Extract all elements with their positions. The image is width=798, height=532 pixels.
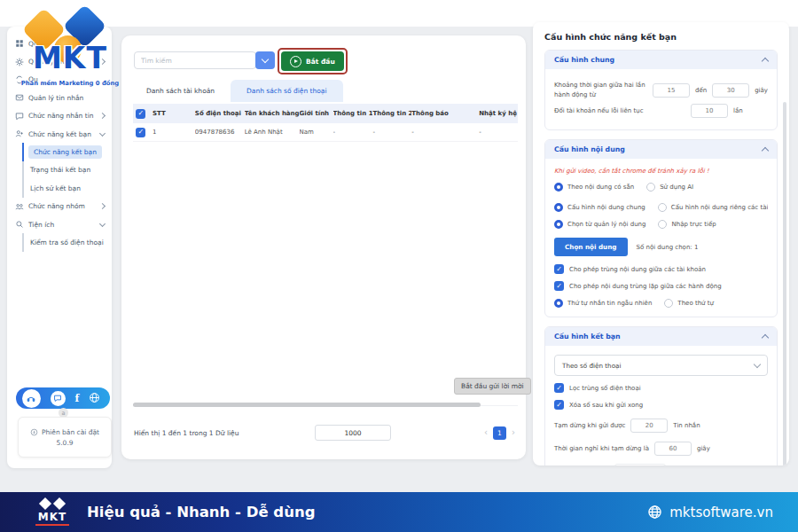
main-card: Bắt đầu Danh sách tài khoản Danh sách số…: [121, 35, 526, 459]
vertical-scrollbar[interactable]: [783, 102, 786, 466]
radio-per-account-content[interactable]: Cấu hình nội dung riêng các tài khoản: [658, 203, 768, 212]
interval-from-input[interactable]: [653, 83, 690, 98]
zalo-icon[interactable]: [51, 391, 66, 406]
check-icon: ✓: [138, 110, 145, 117]
radio-random-order[interactable]: Thứ tự nhắn tin ngẫu nhiên: [554, 299, 652, 308]
section-friend-header[interactable]: Cấu hình kết bạn: [545, 327, 777, 346]
col-stt: STT: [153, 110, 195, 117]
rest-label: Thời gian nghỉ khi tạm dừng là: [554, 445, 649, 452]
delete-after-send-checkbox[interactable]: ✓: [554, 400, 564, 410]
chevron-down-icon: [754, 361, 761, 368]
config-panel: Cấu hình chức năng kết bạn Cấu hình chun…: [533, 22, 789, 466]
chevron-up-icon: [762, 57, 769, 64]
facebook-icon[interactable]: f: [75, 393, 80, 404]
next-page-button[interactable]: ›: [512, 428, 515, 437]
social-links-pill: f: [16, 387, 110, 409]
select-all-checkbox[interactable]: ✓: [136, 109, 145, 119]
section-general-header[interactable]: Cấu hình chung: [545, 51, 777, 69]
mkt-logo: MKT Phần mềm Marketing 0 đồng: [18, 2, 122, 96]
section-friend: Cấu hình kết bạn Theo số điện thoại ✓ Lọ…: [544, 326, 778, 466]
logo-tagline: Phần mềm Marketing 0 đồng: [18, 80, 122, 87]
sidebar-item-group-function[interactable]: Chức năng nhóm: [7, 198, 112, 215]
phone-table: ✓ STT Số điện thoại Tên khách hàng Giới …: [133, 104, 518, 406]
globe-icon: [647, 505, 662, 520]
radio-common-content[interactable]: Cấu hình nội dung chung: [554, 203, 645, 212]
globe-icon[interactable]: [89, 390, 100, 407]
horizontal-scrollbar[interactable]: [133, 403, 481, 407]
search-input[interactable]: [134, 51, 256, 69]
version-card[interactable]: Phiên bản cài đặt 5.0.9: [18, 417, 112, 458]
radio-direct-input[interactable]: Nhập trực tiếp: [658, 220, 716, 229]
radio-available-content[interactable]: Theo nội dung có sẵn: [554, 183, 634, 192]
col-phone: Số điện thoại: [195, 110, 245, 117]
dup-actions-checkbox[interactable]: ✓: [554, 281, 564, 291]
sidebar-item-utilities[interactable]: Tiện ích: [7, 215, 112, 233]
pause-count-input[interactable]: [630, 419, 668, 433]
radio-from-content-manager[interactable]: Chọn từ quản lý nội dung: [554, 220, 645, 229]
footer-logo-underline: [35, 524, 69, 526]
col-gender: Giới tính: [300, 110, 333, 117]
page-size-input[interactable]: [315, 425, 391, 441]
section-content-header[interactable]: Cấu hình nội dung: [545, 140, 777, 159]
utility-icon: [14, 220, 24, 230]
radio-unselected-icon: [658, 220, 667, 229]
group-icon: [14, 201, 24, 211]
panel-title: Cấu hình chức năng kết bạn: [544, 32, 778, 42]
sidebar-subitem-friend-status[interactable]: Trạng thái kết bạn: [22, 161, 112, 179]
switch-account-input[interactable]: [691, 104, 728, 118]
page-number-button[interactable]: 1: [493, 426, 506, 440]
pagination: ‹ 1 ›: [484, 426, 515, 440]
table-row[interactable]: ✓ 1 0947878636 Lê Anh Nhật Nam - - - -: [133, 123, 518, 142]
results-summary: Hiển thị 1 đến 1 trong 1 Dữ liệu: [134, 429, 239, 437]
choose-content-button[interactable]: Chọn nội dung: [554, 238, 628, 256]
radio-selected-icon: [554, 183, 563, 192]
filter-duplicates-checkbox[interactable]: ✓: [554, 383, 564, 393]
logo-diamond: [39, 497, 51, 510]
start-button[interactable]: Bắt đầu: [281, 51, 344, 71]
installer-icon: [30, 428, 38, 436]
section-general: Cấu hình chung Khoảng thời gian giữa hai…: [544, 50, 778, 130]
check-icon: ✓: [556, 402, 562, 409]
rest-time-input[interactable]: [654, 442, 692, 456]
tab-account-list[interactable]: Danh sách tài khoản: [130, 80, 231, 102]
play-icon: [290, 56, 301, 67]
person-add-icon: [14, 129, 24, 139]
support-headset-icon[interactable]: [22, 389, 41, 408]
interval-label: Khoảng thời gian giữa hai lần hành động …: [554, 81, 647, 99]
chevron-up-icon: [762, 146, 769, 153]
interval-to-input[interactable]: [712, 83, 749, 98]
sidebar-subitem-check-phone[interactable]: Kiểm tra số điện thoại: [22, 233, 112, 251]
check-icon: ✓: [556, 283, 562, 290]
chosen-count: Số nội dung chọn: 1: [637, 244, 699, 251]
chat-icon: [14, 111, 24, 121]
friend-mode-select[interactable]: Theo số điện thoại: [554, 355, 768, 376]
friend-submenu: Chức năng kết bạn Trạng thái kết bạn Lịc…: [22, 143, 112, 197]
video-warning: Khi gửi video, cần tắt chrome để tránh x…: [554, 168, 768, 175]
bottom-brand-bar: MKT Hiệu quả - Nhanh - Dễ dùng mktsoftwa…: [0, 492, 798, 532]
radio-sequential-order[interactable]: Theo thứ tự: [664, 299, 714, 308]
search-filter-dropdown[interactable]: [255, 51, 275, 69]
pause-label: Tạm dừng khi gửi được: [554, 422, 625, 429]
dup-accounts-checkbox[interactable]: ✓: [554, 264, 564, 274]
website-link[interactable]: mktsoftware.vn: [647, 492, 773, 532]
prev-page-button[interactable]: ‹: [484, 428, 488, 437]
radio-use-ai[interactable]: Sử dụng AI: [646, 183, 693, 192]
clipped-input[interactable]: [614, 464, 666, 466]
radio-selected-icon: [554, 203, 563, 212]
footer-logo-text: MKT: [27, 512, 78, 523]
sidebar-item-chat-function[interactable]: Chức năng nhắn tin: [7, 107, 112, 125]
sidebar-item-friend-function[interactable]: Chức năng kết bạn: [7, 125, 112, 143]
start-button-highlight-frame: Bắt đầu: [278, 48, 348, 74]
tab-phone-list[interactable]: Danh sách số điện thoại: [231, 80, 342, 102]
section-content: Cấu hình nội dung Khi gửi video, cần tắt…: [544, 139, 778, 317]
sidebar-subitem-friend-function[interactable]: Chức năng kết bạn: [22, 143, 112, 160]
col-notice: Thông báo: [411, 110, 479, 117]
start-tooltip: Bắt đầu gửi lời mời: [454, 378, 531, 395]
utility-submenu: Kiểm tra số điện thoại: [22, 233, 112, 251]
row-checkbox[interactable]: ✓: [136, 128, 145, 137]
chevron-down-icon: [262, 56, 269, 63]
table-header-row: ✓ STT Số điện thoại Tên khách hàng Giới …: [133, 104, 518, 123]
radio-unselected-icon: [646, 183, 655, 192]
sidebar-subitem-friend-history[interactable]: Lịch sử kết bạn: [22, 179, 112, 197]
clipped-config-row: [554, 464, 768, 466]
